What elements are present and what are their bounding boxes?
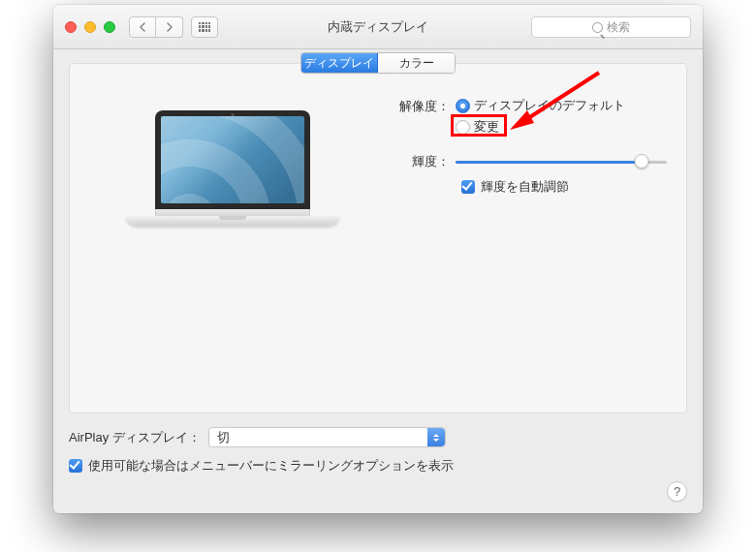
chevron-right-icon	[166, 22, 173, 32]
help-glyph: ?	[674, 484, 680, 499]
airplay-label: AirPlay ディスプレイ：	[69, 429, 201, 446]
resolution-default-radio[interactable]: ディスプレイのデフォルト	[456, 97, 625, 114]
brightness-slider[interactable]	[456, 154, 667, 169]
display-preview	[126, 110, 339, 226]
mirroring-label: 使用可能な場合はメニューバーにミラーリングオプションを表示	[88, 457, 454, 475]
brightness-label: 輝度：	[384, 153, 456, 170]
zoom-icon[interactable]	[104, 21, 115, 33]
chevron-left-icon	[139, 22, 146, 32]
settings-panel: ディスプレイ カラー 解像度： ディスプレイのデフォルト	[69, 63, 687, 414]
mirroring-checkbox-row[interactable]: 使用可能な場合はメニューバーにミラーリングオプションを表示	[69, 457, 687, 475]
nav-back-forward	[129, 16, 183, 38]
resolution-scaled-radio[interactable]: 変更	[456, 118, 625, 136]
bottom-controls: AirPlay ディスプレイ： 切 使用可能な場合はメニューバーにミラーリングオ…	[69, 427, 687, 475]
search-placeholder: 検索	[607, 19, 630, 36]
brightness-row: 輝度：	[384, 153, 667, 170]
close-icon[interactable]	[65, 21, 77, 33]
resolution-scaled-text: 変更	[474, 118, 499, 136]
checkbox-checked-icon	[69, 459, 82, 473]
tab-display[interactable]: ディスプレイ	[301, 53, 378, 73]
show-all-button[interactable]	[191, 16, 218, 38]
slider-knob-icon	[634, 154, 648, 169]
content-area: ディスプレイ カラー 解像度： ディスプレイのデフォルト	[53, 49, 703, 486]
display-form: 解像度： ディスプレイのデフォルト 変更 輝度：	[384, 97, 667, 196]
resolution-label: 解像度：	[384, 97, 456, 115]
forward-button[interactable]	[156, 16, 183, 38]
search-icon	[592, 22, 603, 33]
radio-selected-icon	[456, 99, 470, 113]
select-stepper-icon	[427, 428, 445, 446]
search-input[interactable]: 検索	[531, 16, 691, 38]
tab-color[interactable]: カラー	[378, 53, 455, 73]
window-controls	[65, 21, 115, 33]
tab-group: ディスプレイ カラー	[300, 52, 456, 74]
auto-brightness-label: 輝度を自動調節	[481, 178, 569, 196]
back-button[interactable]	[129, 16, 156, 38]
airplay-value: 切	[217, 429, 230, 446]
minimize-icon[interactable]	[84, 21, 96, 33]
resolution-default-text: ディスプレイのデフォルト	[474, 97, 625, 114]
laptop-screen-icon	[155, 110, 310, 209]
titlebar: 内蔵ディスプレイ 検索	[53, 5, 703, 49]
checkbox-checked-icon	[461, 180, 475, 194]
help-button[interactable]: ?	[667, 481, 687, 502]
resolution-row: 解像度： ディスプレイのデフォルト 変更	[384, 97, 667, 136]
airplay-row: AirPlay ディスプレイ： 切	[69, 427, 687, 447]
airplay-select[interactable]: 切	[208, 427, 446, 447]
preferences-window: 内蔵ディスプレイ 検索 ディスプレイ カラー 解像度：	[53, 5, 703, 513]
auto-brightness-row[interactable]: 輝度を自動調節	[461, 178, 667, 196]
grid-icon	[199, 22, 210, 32]
radio-unselected-icon	[456, 120, 470, 135]
